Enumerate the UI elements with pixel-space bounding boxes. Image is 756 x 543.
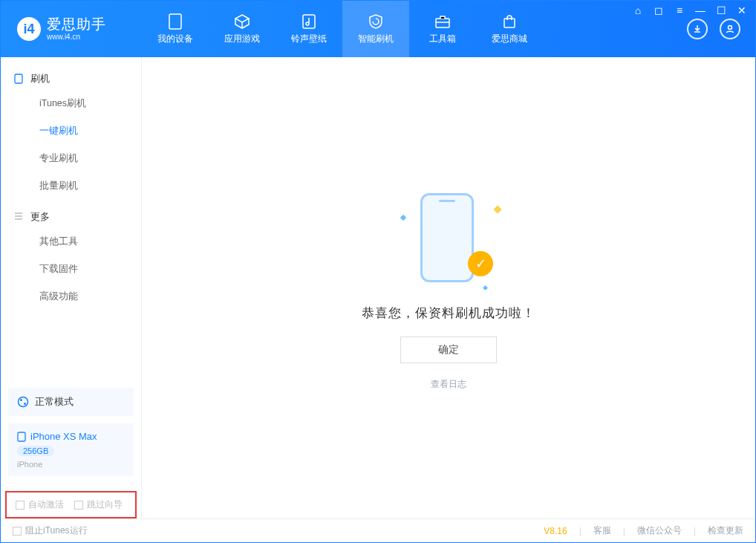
sidebar: 刷机 iTunes刷机 一键刷机 专业刷机 批量刷机 更多 其他工具 下载固件 … [1,57,142,518]
sidebar-item-itunes-flash[interactable]: iTunes刷机 [1,90,141,117]
nav-label: 铃声壁纸 [291,33,327,45]
music-icon [300,13,318,30]
svg-point-7 [19,397,28,407]
spark-icon [493,205,501,213]
checkbox-icon [74,501,83,510]
device-card[interactable]: iPhone XS Max 256GB iPhone [8,423,134,476]
nav-store[interactable]: 爱思商城 [476,1,543,57]
body: 刷机 iTunes刷机 一键刷机 专业刷机 批量刷机 更多 其他工具 下载固件 … [1,57,755,518]
sidebar-head-label: 刷机 [30,72,50,85]
top-nav: 我的设备 应用游戏 铃声壁纸 智能刷机 工具箱 爱思商城 [142,1,687,57]
spark-icon [400,214,406,220]
checkbox-auto-activate[interactable]: 自动激活 [16,498,64,511]
main-panel: ✓ 恭喜您，保资料刷机成功啦！ 确定 查看日志 [142,57,755,518]
nav-label: 智能刷机 [358,33,394,45]
nav-label: 我的设备 [157,33,193,45]
spark-icon [483,284,488,290]
nav-apps[interactable]: 应用游戏 [209,1,276,57]
svg-point-9 [24,403,26,405]
menu-icon[interactable]: ≡ [673,4,686,16]
brand-logo-icon: i4 [17,17,41,41]
sidebar-head-label: 更多 [30,210,50,224]
download-button[interactable] [687,19,708,39]
sidebar-item-download-firmware[interactable]: 下载固件 [1,256,141,283]
nav-label: 爱思商城 [492,33,527,45]
maximize-icon[interactable]: ☐ [714,4,728,16]
app-window: ⌂ ◻ ≡ — ☐ ✕ i4 爱思助手 www.i4.cn 我的设备 应用游戏 [0,0,756,543]
svg-rect-0 [169,14,181,29]
sidebar-item-batch-flash[interactable]: 批量刷机 [1,172,141,200]
ok-button[interactable]: 确定 [400,336,497,363]
close-icon[interactable]: ✕ [735,4,749,16]
account-button[interactable] [720,19,740,39]
sidebar-item-oneclick-flash[interactable]: 一键刷机 [1,117,141,145]
minimize-icon[interactable]: — [694,4,707,16]
svg-rect-4 [504,19,515,27]
svg-rect-10 [18,432,25,441]
device-storage: 256GB [17,446,54,456]
nav-flash[interactable]: 智能刷机 [342,1,409,57]
nav-label: 工具箱 [429,33,456,45]
header: ⌂ ◻ ≡ — ☐ ✕ i4 爱思助手 www.i4.cn 我的设备 应用游戏 [1,1,755,57]
mode-icon [17,396,29,408]
phone-small-icon [17,432,26,442]
device-name: iPhone XS Max [17,431,125,442]
success-illustration: ✓ [397,186,501,290]
separator: | [623,526,625,536]
footer-left: 阻止iTunes运行 [13,524,529,537]
sidebar-head-flash: 刷机 [1,68,141,90]
bag-icon [501,13,518,30]
version-label: V8.16 [544,526,567,536]
sidebar-group-flash: 刷机 iTunes刷机 一键刷机 专业刷机 批量刷机 [1,68,141,206]
list-icon [14,212,25,222]
sidebar-bottom: 正常模式 iPhone XS Max 256GB iPhone [1,380,141,484]
brand-subtitle: www.i4.cn [47,33,106,41]
collapse-icon[interactable]: ◻ [652,4,665,16]
success-message: 恭喜您，保资料刷机成功啦！ [362,305,535,322]
view-log-link[interactable]: 查看日志 [431,378,466,391]
svg-point-8 [20,399,22,401]
device-sub: iPhone [17,460,125,469]
sidebar-group-more: 更多 其他工具 下载固件 高级功能 [1,206,141,316]
svg-point-5 [729,26,732,30]
footer-link-update[interactable]: 检查更新 [708,524,743,537]
checkbox-icon [13,527,22,536]
device-icon [166,13,184,30]
sidebar-item-advanced[interactable]: 高级功能 [1,283,141,310]
sidebar-item-pro-flash[interactable]: 专业刷机 [1,145,141,172]
nav-my-device[interactable]: 我的设备 [142,1,209,57]
checkbox-block-itunes[interactable]: 阻止iTunes运行 [13,524,88,537]
svg-rect-6 [15,74,22,83]
checkbox-icon [16,501,25,510]
toolbox-icon [434,13,452,30]
mode-card[interactable]: 正常模式 [8,388,134,416]
svg-rect-3 [436,19,449,27]
nav-ringtones[interactable]: 铃声壁纸 [276,1,342,57]
nav-label: 应用游戏 [224,33,260,45]
highlight-options: 自动激活 跳过向导 [5,491,137,518]
footer-link-wechat[interactable]: 微信公众号 [637,524,682,537]
footer-link-support[interactable]: 客服 [593,524,611,537]
sidebar-item-other-tools[interactable]: 其他工具 [1,228,141,256]
mode-label: 正常模式 [35,395,74,409]
checkbox-skip-guide[interactable]: 跳过向导 [74,498,123,511]
brand: i4 爱思助手 www.i4.cn [1,1,142,57]
nav-toolbox[interactable]: 工具箱 [409,1,476,57]
theme-icon[interactable]: ⌂ [631,4,645,16]
check-badge-icon: ✓ [468,251,493,276]
separator: | [694,526,696,536]
footer-right: V8.16 | 客服 | 微信公众号 | 检查更新 [544,524,743,537]
separator: | [579,526,581,536]
cube-icon [233,13,251,30]
svg-point-2 [306,22,309,25]
phone-small-icon [14,74,25,84]
sidebar-head-more: 更多 [1,206,141,228]
shield-icon [367,13,385,30]
brand-title: 爱思助手 [47,17,106,33]
window-controls: ⌂ ◻ ≡ — ☐ ✕ [631,4,749,16]
phone-outline-icon [420,193,474,282]
footer: 阻止iTunes运行 V8.16 | 客服 | 微信公众号 | 检查更新 [1,518,755,542]
